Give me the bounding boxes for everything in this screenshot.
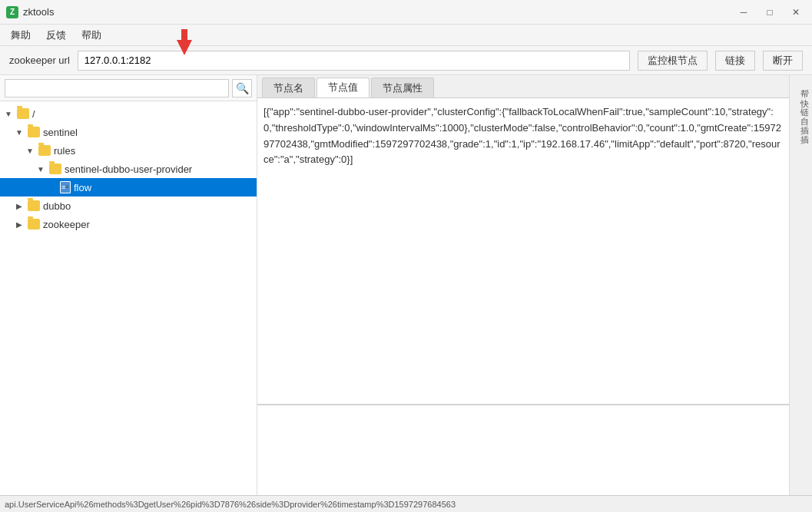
- urlbar-input[interactable]: [78, 51, 630, 71]
- app-title: zktools: [23, 6, 54, 18]
- tab-node-name[interactable]: 节点名: [262, 78, 315, 97]
- maximize-button[interactable]: □: [760, 4, 780, 21]
- folder-icon-sentinel-dubbo: [49, 164, 61, 174]
- content-area: [{"app":"sentinel-dubbo-user-provider","…: [257, 98, 789, 512]
- tree-label-rules: rules: [54, 145, 75, 157]
- tabs-bar: 节点名 节点值 节点属性: [257, 75, 789, 98]
- right-panel: 节点名 节点值 节点属性 [{"app":"sentinel-dubbo-use…: [257, 75, 789, 512]
- menu-assist[interactable]: 帮助: [74, 25, 109, 45]
- tree-label-sentinel: sentinel: [43, 127, 78, 138]
- app-icon: Z: [6, 6, 18, 18]
- minimize-button[interactable]: ─: [734, 4, 754, 21]
- menu-feedback[interactable]: 反馈: [38, 25, 74, 45]
- tree-item-sentinel-dubbo[interactable]: ▼ sentinel-dubbo-user-provider: [0, 160, 257, 178]
- search-button[interactable]: 🔍: [232, 79, 252, 97]
- tree-item-sentinel[interactable]: ▼ sentinel: [0, 123, 257, 141]
- menubar: 舞助 反馈 帮助: [0, 25, 812, 46]
- urlbar-label: zookeeper url: [9, 55, 70, 66]
- tree-item-zookeeper[interactable]: ▶ zookeeper: [0, 215, 257, 233]
- folder-icon-dubbo: [28, 200, 40, 211]
- folder-icon-zookeeper: [28, 219, 40, 230]
- titlebar-left: Z zktools: [6, 6, 54, 18]
- disconnect-button[interactable]: 断开: [763, 51, 803, 71]
- folder-icon-sentinel: [28, 127, 40, 137]
- rs-item-3[interactable]: 自: [790, 106, 812, 115]
- rs-item-1[interactable]: 快: [790, 88, 812, 97]
- tree-item-root[interactable]: ▼ /: [0, 104, 257, 123]
- statusbar: api.UserServiceApi%26methods%3DgetUser%2…: [0, 495, 812, 512]
- tree-label-root: /: [32, 108, 35, 120]
- search-bar: 🔍: [0, 75, 257, 101]
- tree-item-rules[interactable]: ▼ rules: [0, 141, 257, 160]
- rs-item-2[interactable]: 链: [790, 97, 812, 106]
- arrow-down: [177, 40, 192, 55]
- tree-sidebar: 🔍 ▼ / ▼ sentinel ▼ rules: [0, 75, 257, 512]
- rs-item-4[interactable]: 插: [790, 115, 812, 124]
- toggle-zookeeper[interactable]: ▶: [14, 219, 25, 230]
- monitor-button[interactable]: 监控根节点: [638, 51, 708, 71]
- toggle-sentinel[interactable]: ▼: [14, 127, 25, 137]
- right-sidebar: 帮 快 链 自 插 插: [789, 75, 812, 512]
- titlebar: Z zktools ─ □ ✕: [0, 0, 812, 25]
- toggle-rules[interactable]: ▼: [25, 145, 35, 156]
- tree-item-dubbo[interactable]: ▶ dubbo: [0, 197, 257, 215]
- tree-label-zookeeper: zookeeper: [43, 219, 90, 230]
- urlbar: zookeeper url 监控根节点 链接 断开: [0, 46, 812, 75]
- file-tree: ▼ / ▼ sentinel ▼ rules ▼ sentinel-dubbo-…: [0, 101, 257, 512]
- tree-label-dubbo: dubbo: [43, 200, 71, 212]
- tab-node-props[interactable]: 节点属性: [371, 78, 434, 97]
- folder-icon-rules: [38, 145, 51, 156]
- doc-icon-flow: ≡: [60, 181, 71, 193]
- folder-icon-root: [17, 108, 29, 119]
- tree-label-sentinel-dubbo: sentinel-dubbo-user-provider: [65, 164, 192, 175]
- tree-item-flow[interactable]: ≡ flow: [0, 178, 257, 197]
- tab-node-value[interactable]: 节点值: [317, 78, 370, 97]
- tree-label-flow: flow: [74, 182, 91, 193]
- rs-item-0[interactable]: 帮: [790, 78, 812, 88]
- search-input[interactable]: [5, 79, 229, 97]
- toggle-sentinel-dubbo[interactable]: ▼: [35, 164, 46, 174]
- titlebar-controls: ─ □ ✕: [734, 4, 806, 21]
- rs-item-5[interactable]: 插: [790, 124, 812, 134]
- toggle-root[interactable]: ▼: [3, 108, 14, 119]
- close-button[interactable]: ✕: [786, 4, 806, 21]
- toggle-flow: [46, 182, 57, 193]
- menu-help[interactable]: 舞助: [3, 25, 38, 45]
- content-value[interactable]: [{"app":"sentinel-dubbo-user-provider","…: [257, 98, 789, 405]
- main-area: 🔍 ▼ / ▼ sentinel ▼ rules: [0, 75, 812, 512]
- statusbar-text: api.UserServiceApi%26methods%3DgetUser%2…: [5, 500, 456, 509]
- connect-button[interactable]: 链接: [715, 51, 755, 71]
- toggle-dubbo[interactable]: ▶: [14, 200, 25, 211]
